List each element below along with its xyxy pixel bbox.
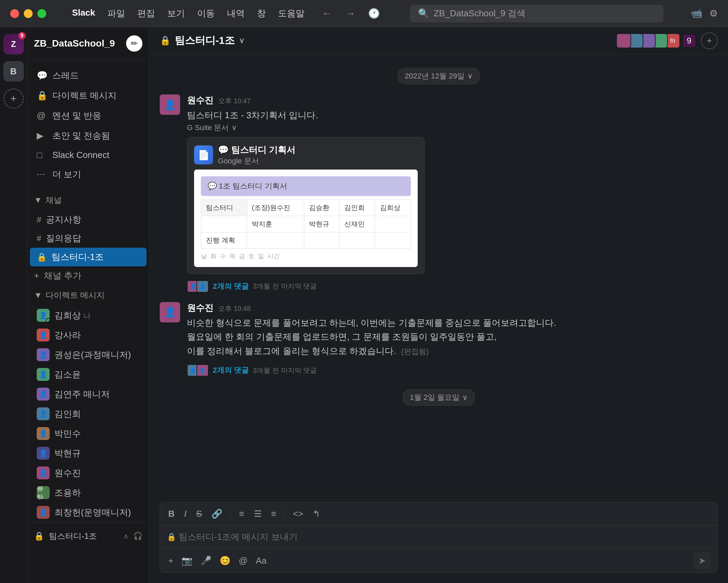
menu-file[interactable]: 파일	[107, 7, 125, 19]
menu-go[interactable]: 이동	[197, 7, 215, 19]
channel-team-study-label: 팀스터디-1조	[52, 251, 104, 263]
italic-button[interactable]: I	[183, 507, 188, 520]
channels-section-header[interactable]: ▼ 채널	[27, 190, 149, 210]
avatar-choechangueon: 👤	[37, 506, 50, 519]
strikethrough-button[interactable]: S	[195, 507, 203, 520]
dm-wonsujin[interactable]: 👤 원수진	[30, 463, 146, 483]
sidebar-item-slack-connect[interactable]: □ Slack Connect	[30, 146, 146, 164]
table-cell-empty2	[375, 216, 411, 232]
date-text-1: 2022년 12월 29일	[405, 71, 465, 81]
sidebar-item-mentions[interactable]: @ 멘션 및 반응	[30, 106, 146, 126]
date-pill-1[interactable]: 2022년 12월 29일 ∨	[398, 68, 480, 84]
text-format-button[interactable]: Aa	[255, 554, 268, 567]
msg-time-2: 오후 10:48	[218, 304, 251, 313]
messages-area: 2022년 12월 29일 ∨ 👤 원수진 오후 10:47 팀스터디 1조 -…	[150, 54, 728, 495]
search-bar[interactable]: 🔍 ZB_DataSchool_9 검색	[410, 5, 663, 22]
thread-bar-1[interactable]: 👤 👤 2개의 댓글 3개월 전 마지막 댓글	[187, 278, 718, 295]
sidebar: ZB_DataSchool_9 ✏ 💬 스레드 🔒 다이렉트 메시지 @ 멘션 …	[27, 27, 150, 583]
thread-time-2: 3개월 전 마지막 댓글	[253, 366, 317, 375]
members-avatars: 하 9	[619, 33, 695, 48]
avatar-kimyeonnju: 👤	[37, 388, 50, 401]
settings-icon[interactable]: ⚙	[709, 8, 718, 19]
menu-view[interactable]: 보기	[167, 7, 185, 19]
workspace-name[interactable]: ZB_DataSchool_9	[34, 38, 122, 49]
sidebar-item-more[interactable]: ⋯ 더 보기	[30, 164, 146, 184]
gdoc-card[interactable]: 📄 💬 팀스터디 기획서 Google 문서 💬 1조 팀스터디 기획서	[187, 137, 425, 274]
doc-preview-inner: 💬 1조 팀스터디 기획서 팀스터디 (조장)원수진 김승환 김인희 김희상	[194, 170, 418, 267]
ordered-list-button[interactable]: ≡	[238, 507, 245, 520]
close-button[interactable]	[10, 9, 19, 18]
dm-bakhyeonkyu[interactable]: 👤 박현규	[30, 443, 146, 463]
slack-connect-label: Slack Connect	[52, 150, 109, 160]
dm-choechangueon[interactable]: 👤 최창헌(운영매니저)	[30, 502, 146, 522]
dm-kimhoisang[interactable]: 👤 김희상 나	[30, 305, 146, 325]
channels-chevron-icon: ▼	[34, 195, 42, 205]
emoji-button[interactable]: 😊	[218, 554, 232, 567]
sidebar-item-direct[interactable]: 🔒 다이렉트 메시지	[30, 86, 146, 106]
channel-chevron-icon: ∨	[239, 36, 244, 45]
table-cell-kim3: 김희상	[375, 199, 411, 216]
dm-kimsooyun[interactable]: 👤 김소윤	[30, 365, 146, 384]
bottom-channel-label[interactable]: 팀스터디-1조	[49, 531, 119, 542]
msg-avatar-wonsujin-2: 👤	[160, 302, 180, 322]
add-member-button[interactable]: +	[701, 32, 718, 49]
edited-label: (편집됨)	[401, 347, 429, 356]
compose-button[interactable]: ✏	[126, 35, 142, 52]
thread-avatars-1: 👤 👤	[187, 280, 209, 293]
drafts-icon: ▶	[37, 130, 47, 141]
compose-input[interactable]: 🔒 팀스터디-1조에 메시지 보내기	[160, 526, 717, 548]
avatar-kwonseongeun: 👤	[37, 348, 50, 361]
channel-title[interactable]: 🔒 팀스터디-1조 ∨	[160, 34, 612, 48]
table-cell-team: 팀스터디	[201, 199, 247, 216]
date-pill-2[interactable]: 1월 2일 월요일 ∨	[403, 389, 475, 406]
menu-window[interactable]: 창	[257, 7, 266, 19]
video-message-button[interactable]: 📷	[180, 554, 194, 567]
add-channel-button[interactable]: + 채널 추가	[27, 266, 149, 285]
thread-bar-2[interactable]: 👤 👤 2개의 댓글 3개월 전 마지막 댓글	[187, 361, 718, 379]
member-avatar-1	[616, 33, 631, 48]
dm-kangsara[interactable]: 👤 강사라	[30, 325, 146, 345]
gsuite-label: G Suite 문서 ∨	[187, 123, 718, 133]
table-cell-leader: (조장)원수진	[247, 199, 304, 216]
bottom-headphones-icon[interactable]: 🎧	[133, 532, 142, 541]
channel-team-study[interactable]: 🔒 팀스터디-1조	[30, 248, 146, 266]
dm-section-header[interactable]: ▼ 다이렉트 메시지	[27, 285, 149, 305]
audio-button[interactable]: 🎤	[199, 554, 213, 567]
dm-joyongha[interactable]: 용하 조용하	[30, 483, 146, 502]
forward-button[interactable]: →	[342, 5, 359, 22]
menu-slack[interactable]: Slack	[72, 7, 95, 19]
undo-button[interactable]: ↰	[311, 507, 322, 520]
sidebar-item-drafts[interactable]: ▶ 초안 및 전송됨	[30, 126, 146, 146]
video-icon[interactable]: 📹	[691, 8, 703, 19]
dm-kiminhui[interactable]: 👤 김인희	[30, 404, 146, 424]
dm-kimyeonnju[interactable]: 👤 김연주 매니저	[30, 384, 146, 404]
user-icon-b[interactable]: B	[3, 61, 24, 82]
menu-help[interactable]: 도움말	[278, 7, 305, 19]
send-button[interactable]: ➤	[694, 552, 711, 569]
code-button[interactable]: <>	[292, 507, 305, 520]
add-workspace-button[interactable]: +	[3, 88, 24, 109]
channel-qa[interactable]: # 질의응답	[30, 229, 146, 248]
dm-bakminsoo[interactable]: 👤 박민수	[30, 424, 146, 443]
indent-button[interactable]: ≡	[270, 507, 278, 520]
channel-notice[interactable]: # 공지사항	[30, 210, 146, 229]
back-button[interactable]: ←	[318, 5, 335, 22]
menu-history[interactable]: 내역	[227, 7, 245, 19]
channel-notice-label: 공지사항	[46, 214, 81, 226]
sidebar-item-threads[interactable]: 💬 스레드	[30, 66, 146, 86]
attach-button[interactable]: +	[167, 554, 175, 567]
maximize-button[interactable]	[37, 9, 46, 18]
menu-edit[interactable]: 편집	[137, 7, 155, 19]
dm-kwonseongeun[interactable]: 👤 권성은(과정매니저)	[30, 345, 146, 365]
link-button[interactable]: 🔗	[210, 507, 224, 520]
dm-section-label: 다이렉트 메시지	[46, 290, 105, 301]
bold-button[interactable]: B	[167, 507, 176, 520]
member-count[interactable]: 9	[683, 35, 695, 47]
channel-qa-label: 질의응답	[46, 232, 81, 244]
history-button[interactable]: 🕐	[366, 5, 383, 22]
workspace-switcher: Z 9 B +	[0, 27, 27, 583]
workspace-icon[interactable]: Z 9	[3, 34, 24, 54]
mention-button[interactable]: @	[237, 554, 249, 567]
minimize-button[interactable]	[24, 9, 33, 18]
unordered-list-button[interactable]: ☰	[253, 507, 263, 520]
